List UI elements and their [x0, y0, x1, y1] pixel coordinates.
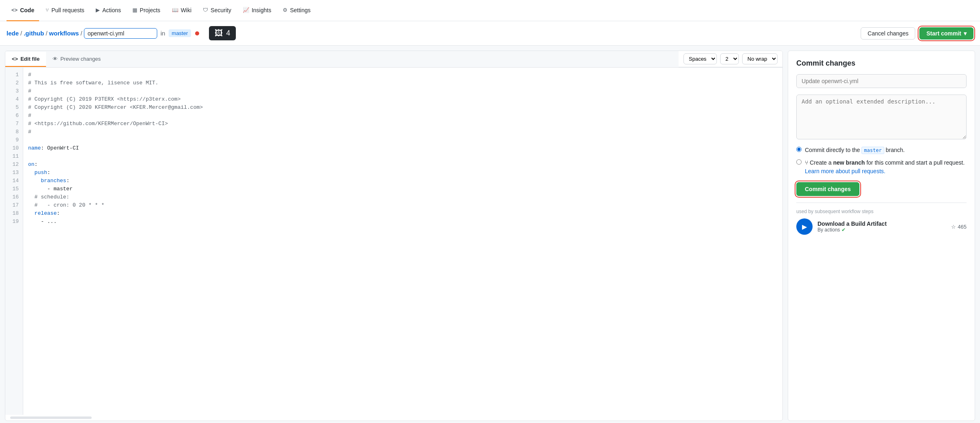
- projects-icon: ▦: [132, 7, 137, 13]
- cancel-changes-button[interactable]: Cancel changes: [861, 27, 915, 40]
- nav-bar: <> Code ⑂ Pull requests ▶ Actions ▦ Proj…: [0, 0, 980, 21]
- code-line: # Copyright (C) 2019 P3TERX <https://p3t…: [28, 95, 778, 104]
- start-commit-dropdown-icon: ▾: [964, 30, 967, 37]
- artifact-section: used by subsequent workflow steps ▶ Down…: [796, 203, 967, 235]
- editor-body[interactable]: 12345 678910 1112131415 16171819 # # Thi…: [5, 68, 782, 415]
- editor-tabs: <> Edit file 👁 Preview changes Spaces 2 …: [5, 51, 782, 68]
- breadcrumb-path1-link[interactable]: .github: [24, 30, 44, 37]
- editor-panel: <> Edit file 👁 Preview changes Spaces 2 …: [5, 51, 783, 421]
- image-count: 4: [226, 29, 230, 37]
- breadcrumb-repo-link[interactable]: lede: [7, 30, 19, 37]
- nav-item-security[interactable]: 🛡 Security: [198, 0, 236, 21]
- code-line: branches:: [28, 177, 778, 185]
- preview-icon: 👁: [53, 56, 58, 62]
- nav-item-pullrequests[interactable]: ⑂ Pull requests: [41, 0, 89, 21]
- code-line: [28, 152, 778, 161]
- nav-item-projects[interactable]: ▦ Projects: [127, 0, 165, 21]
- settings-icon: ⚙: [283, 7, 288, 13]
- code-line: # <https://github.com/KFERMercer/OpenWrt…: [28, 120, 778, 128]
- nav-item-pullrequests-label: Pull requests: [51, 7, 84, 13]
- commit-directly-radio[interactable]: [796, 147, 802, 152]
- artifact-play-button[interactable]: ▶: [796, 218, 813, 235]
- new-branch-text: ⑂ Create a new branch for this commit an…: [805, 159, 967, 176]
- code-line: # This is free software, lisence use MIT…: [28, 79, 778, 87]
- start-commit-label: Start commit: [926, 30, 961, 37]
- code-line: #: [28, 87, 778, 95]
- code-line: #: [28, 112, 778, 120]
- code-line: #: [28, 71, 778, 79]
- wrap-select[interactable]: No wrap: [742, 53, 778, 64]
- code-line: # schedule:: [28, 193, 778, 201]
- commit-description-input[interactable]: [796, 95, 967, 139]
- commit-directly-option[interactable]: Commit directly to the master branch.: [796, 146, 967, 154]
- shield-icon: 🛡: [203, 7, 208, 13]
- nav-item-wiki[interactable]: 📖 Wiki: [167, 0, 196, 21]
- nav-item-projects-label: Projects: [140, 7, 160, 13]
- artifact-stars: ☆ 465: [951, 224, 967, 230]
- nav-item-settings[interactable]: ⚙ Settings: [278, 0, 316, 21]
- filename-input[interactable]: [84, 28, 157, 39]
- nav-item-code-label: Code: [20, 7, 34, 13]
- image-counter-badge: 🖼 4: [209, 26, 236, 40]
- code-line: release:: [28, 209, 778, 218]
- commit-summary-input[interactable]: [796, 74, 967, 88]
- artifact-used-by-text: used by subsequent workflow steps: [796, 209, 967, 214]
- editor-toolbar: Spaces 2 No wrap: [679, 51, 782, 67]
- verified-icon: ✔: [842, 227, 846, 233]
- nav-item-wiki-label: Wiki: [181, 7, 191, 13]
- code-line: [28, 136, 778, 144]
- code-line: # Copyright (C) 2020 KFERMercer <KFER.Me…: [28, 104, 778, 112]
- spaces-select[interactable]: Spaces: [683, 53, 717, 64]
- learn-more-link[interactable]: Learn more about pull requests.: [805, 168, 886, 174]
- code-line: push:: [28, 169, 778, 177]
- horizontal-scrollbar[interactable]: [10, 416, 92, 419]
- edit-file-icon: <>: [12, 56, 18, 62]
- insights-icon: 📈: [243, 7, 249, 13]
- new-branch-option[interactable]: ⑂ Create a new branch for this commit an…: [796, 159, 967, 176]
- notification-dot: [195, 31, 199, 35]
- start-commit-button[interactable]: Start commit ▾: [919, 27, 973, 40]
- nav-item-insights[interactable]: 📈 Insights: [238, 0, 276, 21]
- nav-item-settings-label: Settings: [290, 7, 311, 13]
- new-branch-radio[interactable]: [796, 159, 802, 165]
- artifact-title: Download a Build Artifact: [817, 220, 946, 227]
- code-line: on:: [28, 161, 778, 169]
- star-count: 465: [958, 224, 967, 230]
- artifact-by-text: By actions: [817, 227, 840, 233]
- line-numbers: 12345 678910 1112131415 16171819: [5, 68, 23, 415]
- code-line: - master: [28, 185, 778, 193]
- tab-edit-file-label: Edit file: [20, 56, 40, 62]
- nav-item-code[interactable]: <> Code: [7, 0, 39, 21]
- star-icon: ☆: [951, 224, 956, 230]
- breadcrumb-path2-link[interactable]: workflows: [49, 30, 79, 37]
- nav-item-security-label: Security: [211, 7, 231, 13]
- indent-select[interactable]: 2: [720, 53, 739, 64]
- code-line: # - cron: 0 20 * * *: [28, 201, 778, 209]
- commit-changes-button[interactable]: Commit changes: [796, 182, 859, 196]
- artifact-sub: By actions ✔: [817, 227, 946, 233]
- artifact-item: ▶ Download a Build Artifact By actions ✔…: [796, 218, 967, 235]
- branch-badge: master: [169, 29, 191, 37]
- code-line: - ...: [28, 218, 778, 226]
- wiki-icon: 📖: [172, 7, 178, 13]
- code-area[interactable]: # # This is free software, lisence use M…: [23, 68, 782, 415]
- tab-edit-file[interactable]: <> Edit file: [5, 52, 46, 67]
- commit-panel: Commit changes Commit directly to the ma…: [788, 51, 975, 421]
- breadcrumb-sep1: /: [20, 30, 22, 37]
- header-actions: Cancel changes Start commit ▾: [861, 27, 973, 40]
- breadcrumb-sep3: /: [81, 30, 82, 37]
- nav-item-actions[interactable]: ▶ Actions: [91, 0, 126, 21]
- image-icon: 🖼: [215, 29, 223, 38]
- code-line: name: OpenWrt-CI: [28, 144, 778, 152]
- breadcrumb-in-text: in: [160, 30, 165, 37]
- commit-panel-title: Commit changes: [796, 59, 967, 68]
- tab-preview-changes[interactable]: 👁 Preview changes: [46, 52, 107, 67]
- commit-radio-group: Commit directly to the master branch. ⑂ …: [796, 146, 967, 176]
- tab-preview-changes-label: Preview changes: [60, 56, 101, 62]
- nav-item-actions-label: Actions: [102, 7, 121, 13]
- artifact-info: Download a Build Artifact By actions ✔: [817, 220, 946, 233]
- breadcrumb: lede / .github / workflows / in master 🖼…: [7, 26, 236, 40]
- breadcrumb-sep2: /: [46, 30, 47, 37]
- code-line: #: [28, 128, 778, 136]
- code-icon: <>: [11, 7, 18, 13]
